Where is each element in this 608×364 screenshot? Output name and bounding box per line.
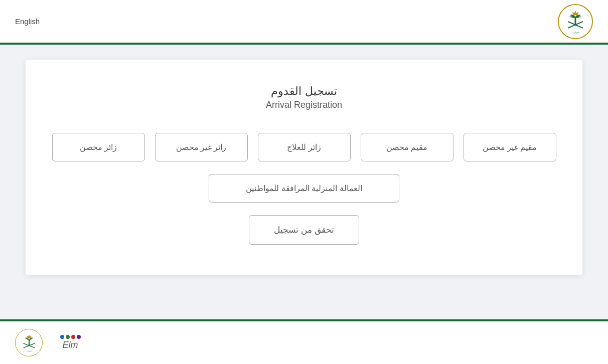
option-unvaccinated-resident[interactable]: مقيم غير محصن: [464, 133, 556, 161]
language-toggle[interactable]: English: [15, 17, 40, 26]
svg-rect-4: [28, 339, 29, 345]
check-registration-button[interactable]: تحقق من تسجيل: [249, 215, 359, 245]
svg-text:الجوازات: الجوازات: [26, 350, 32, 352]
logo-emblem: الجوازات: [558, 4, 593, 39]
elm-label: Elm: [63, 340, 78, 350]
elm-dot-blue: [60, 335, 64, 339]
category-buttons-row2: العمالة المنزلية المرافقة للمواطنين: [46, 174, 562, 203]
category-buttons-row1: زائر محصن زائر غير محصن زائر للعلاج مقيم…: [46, 133, 562, 161]
option-unvaccinated-visitor[interactable]: زائر غير محصن: [155, 133, 248, 161]
footer: الجوازات Elm: [0, 319, 608, 364]
option-vaccinated-visitor[interactable]: زائر محصن: [52, 133, 145, 161]
option-domestic-workers[interactable]: العمالة المنزلية المرافقة للمواطنين: [209, 174, 399, 203]
svg-text:الجوازات: الجوازات: [572, 31, 579, 34]
card-title: تسجيل القدوم Arrival Registration: [46, 85, 562, 110]
header: English الجوا: [0, 0, 608, 45]
footer-logo-elm: Elm: [53, 329, 88, 356]
footer-logo-passports: الجوازات: [15, 329, 43, 356]
option-medical-visitor[interactable]: زائر للعلاج: [258, 133, 351, 161]
main-content: تسجيل القدوم Arrival Registration زائر م…: [0, 45, 608, 319]
elm-dot-green: [66, 335, 70, 339]
elm-dots-icon: [60, 335, 81, 339]
registration-card: تسجيل القدوم Arrival Registration زائر م…: [26, 60, 582, 275]
saudi-emblem-icon: الجوازات: [563, 9, 588, 34]
check-registration-row: تحقق من تسجيل: [46, 215, 562, 245]
title-arabic: تسجيل القدوم: [46, 85, 562, 98]
header-logo: الجوازات: [558, 4, 593, 39]
option-vaccinated-resident[interactable]: مقيم محصن: [361, 133, 453, 161]
elm-dot-red: [71, 335, 75, 339]
elm-dot-purple: [77, 335, 81, 339]
title-english: Arrival Registration: [46, 100, 562, 110]
footer-emblem-icon: الجوازات: [20, 333, 39, 352]
